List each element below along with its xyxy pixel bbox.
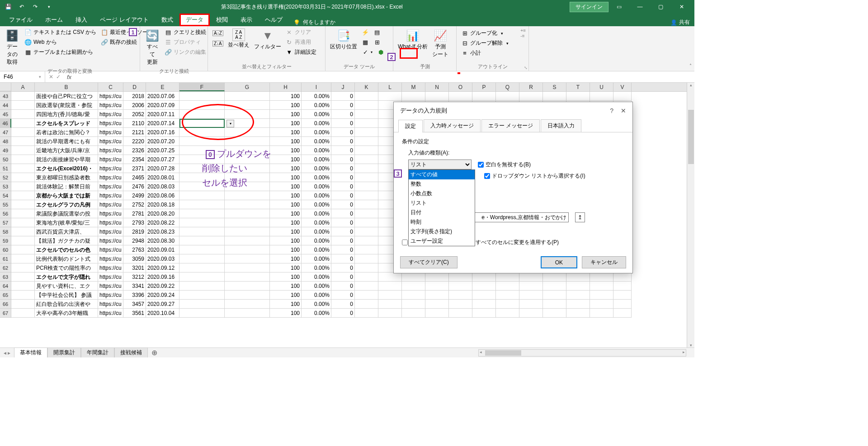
cell[interactable]: 100 (270, 200, 302, 209)
cell[interactable] (378, 272, 402, 282)
cell[interactable]: 2020.09.01 (146, 245, 179, 254)
advanced-button[interactable]: ▼詳細設定 (284, 47, 318, 57)
col-header-F[interactable]: F (179, 83, 225, 91)
col-header-U[interactable]: U (590, 83, 613, 91)
cell[interactable]: 100 (270, 164, 302, 173)
from-table-button[interactable]: ▦テーブルまたは範囲から (23, 47, 98, 57)
cell[interactable]: 2020.08.22 (146, 218, 179, 227)
cell[interactable] (425, 282, 449, 291)
cell[interactable]: 100 (270, 137, 302, 146)
cell[interactable]: 2020.08.18 (146, 200, 179, 209)
cell[interactable] (225, 309, 270, 318)
cell[interactable]: 0.00% (302, 173, 331, 182)
cell[interactable] (543, 291, 566, 300)
cell[interactable] (179, 282, 225, 291)
row-header-55[interactable]: 55 (0, 200, 11, 209)
row-header-60[interactable]: 60 (0, 245, 11, 254)
cell[interactable] (355, 309, 378, 318)
cell[interactable] (566, 92, 590, 101)
cell[interactable]: 衆議院参議院選挙の投 (35, 209, 98, 218)
dropdown-item[interactable]: リスト (409, 198, 475, 208)
cell[interactable]: 2020.07.27 (146, 155, 179, 164)
properties-button[interactable]: ☰プロパティ (163, 38, 208, 47)
cell[interactable]: https://cu (98, 309, 123, 318)
cell[interactable]: 0.00% (302, 254, 331, 263)
col-header-R[interactable]: R (519, 83, 543, 91)
ignore-blank-checkbox[interactable]: 空白を無視する(B) (478, 161, 531, 169)
scroll-right-icon[interactable]: ▸ (683, 350, 685, 354)
cell[interactable]: 0.00% (302, 182, 331, 191)
cell[interactable]: 2793 (123, 218, 146, 227)
cell[interactable]: 0.00% (302, 300, 331, 309)
cell[interactable] (402, 282, 425, 291)
cell[interactable] (496, 309, 519, 318)
cell[interactable] (355, 119, 378, 128)
cell[interactable]: https://cu (98, 218, 123, 227)
menu-tab-データ[interactable]: データ (179, 14, 210, 26)
remove-dup-button[interactable]: ▦ (360, 38, 371, 47)
cell[interactable] (225, 191, 270, 200)
cell[interactable] (519, 92, 543, 101)
cell[interactable] (613, 282, 632, 291)
dialog-tab-2[interactable]: エラー メッセージ (481, 119, 540, 132)
in-cell-dropdown-input[interactable] (484, 173, 490, 179)
cell[interactable]: 0.00% (302, 110, 331, 119)
cell[interactable] (179, 209, 225, 218)
scroll-left-icon[interactable]: ◂ (480, 350, 482, 354)
sort-az-button[interactable]: A↓Z (211, 29, 225, 37)
cell[interactable] (519, 309, 543, 318)
cell[interactable] (355, 291, 378, 300)
cell[interactable] (225, 137, 270, 146)
cell[interactable] (11, 309, 35, 318)
cell[interactable]: 2371 (123, 164, 146, 173)
cell[interactable] (355, 282, 378, 291)
cell[interactable]: https://cu (98, 155, 123, 164)
row-header-43[interactable]: 43 (0, 92, 11, 101)
cancel-button[interactable]: キャンセル (582, 256, 626, 268)
cell[interactable]: 0 (331, 263, 355, 272)
cell[interactable]: 近畿地方(大阪/兵庫/京 (35, 146, 98, 155)
cell[interactable]: 2018 (123, 92, 146, 101)
apply-all-input[interactable] (402, 239, 408, 245)
cell[interactable]: 2220 (123, 137, 146, 146)
queries-button[interactable]: ▤クエリと接続 (163, 28, 208, 37)
cell[interactable] (590, 92, 613, 101)
cell[interactable] (11, 291, 35, 300)
cell[interactable]: 2020.09.24 (146, 291, 179, 300)
cell[interactable]: https://cu (98, 164, 123, 173)
cell[interactable]: 0.00% (302, 119, 331, 128)
cell[interactable]: 0.00% (302, 263, 331, 272)
data-validation-button[interactable]: ✓▾ (360, 47, 374, 56)
cell[interactable]: エクセルグラフの凡例 (35, 200, 98, 209)
dialog-close-icon[interactable]: ✕ (621, 107, 626, 114)
cell[interactable] (378, 291, 402, 300)
cell[interactable]: 100 (270, 291, 302, 300)
cell[interactable]: 2948 (123, 236, 146, 245)
cell[interactable] (355, 191, 378, 200)
cell[interactable]: 0.00% (302, 309, 331, 318)
cell[interactable]: 西武百貨店大津店、 (35, 227, 98, 236)
cell[interactable]: 就活の面接練習や早期 (35, 155, 98, 164)
row-header-56[interactable]: 56 (0, 209, 11, 218)
cell[interactable]: 3396 (123, 291, 146, 300)
sheet-tab-接戦候補[interactable]: 接戦候補 (114, 347, 148, 358)
cell[interactable] (355, 209, 378, 218)
cell[interactable] (11, 263, 35, 272)
cell[interactable] (11, 209, 35, 218)
cell[interactable]: 0 (331, 110, 355, 119)
cell[interactable]: 2121 (123, 128, 146, 137)
from-csv-button[interactable]: 📄テキストまたは CSV から (23, 28, 98, 37)
cell[interactable]: https://cu (98, 191, 123, 200)
cell[interactable] (449, 309, 472, 318)
cell[interactable]: 2052 (123, 110, 146, 119)
cell[interactable]: 四国地方(香川/徳島/愛 (35, 110, 98, 119)
cell[interactable] (472, 272, 496, 282)
cell[interactable]: 面接や自己PRに役立つ (35, 92, 98, 101)
cell[interactable] (179, 300, 225, 309)
ok-button[interactable]: OK (541, 256, 577, 268)
cell[interactable] (590, 272, 613, 282)
cell[interactable] (449, 291, 472, 300)
cell[interactable]: 2020.09.27 (146, 300, 179, 309)
cell[interactable] (225, 291, 270, 300)
cell[interactable]: 3201 (123, 263, 146, 272)
